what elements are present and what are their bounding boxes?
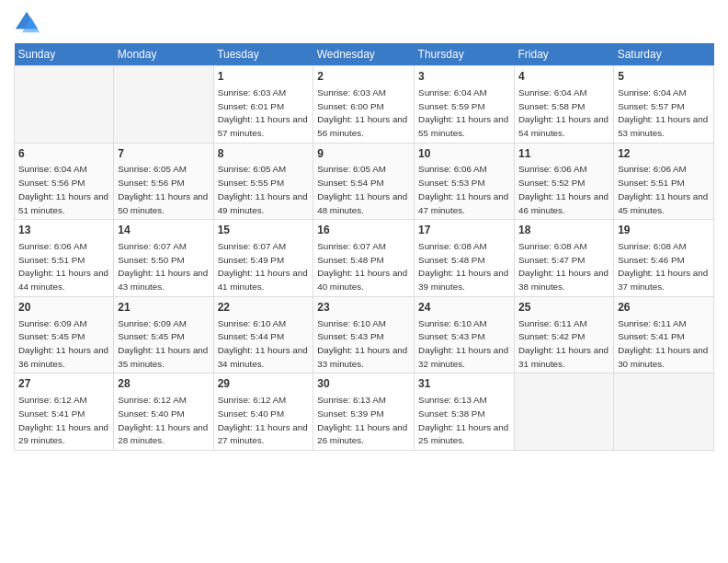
day-info: Sunrise: 6:05 AMSunset: 5:56 PMDaylight:… bbox=[118, 164, 208, 214]
day-number: 10 bbox=[418, 146, 510, 162]
day-number: 12 bbox=[618, 146, 710, 162]
day-number: 4 bbox=[518, 69, 609, 85]
day-number: 2 bbox=[317, 69, 410, 85]
day-info: Sunrise: 6:04 AMSunset: 5:59 PMDaylight:… bbox=[418, 87, 508, 138]
day-cell bbox=[515, 373, 614, 451]
day-number: 20 bbox=[18, 300, 109, 316]
day-number: 28 bbox=[118, 376, 209, 392]
day-info: Sunrise: 6:05 AMSunset: 5:54 PMDaylight:… bbox=[317, 164, 407, 214]
day-info: Sunrise: 6:03 AMSunset: 6:00 PMDaylight:… bbox=[317, 87, 407, 138]
day-number: 18 bbox=[518, 223, 609, 238]
day-info: Sunrise: 6:11 AMSunset: 5:41 PMDaylight:… bbox=[618, 318, 708, 369]
day-number: 25 bbox=[518, 300, 609, 316]
day-number: 24 bbox=[418, 300, 510, 316]
day-cell: 9Sunrise: 6:05 AMSunset: 5:54 PMDaylight… bbox=[313, 143, 415, 220]
day-number: 23 bbox=[317, 300, 410, 316]
day-info: Sunrise: 6:04 AMSunset: 5:57 PMDaylight:… bbox=[618, 87, 708, 138]
week-row-4: 20Sunrise: 6:09 AMSunset: 5:45 PMDayligh… bbox=[15, 296, 714, 373]
day-info: Sunrise: 6:10 AMSunset: 5:44 PMDaylight:… bbox=[218, 318, 308, 369]
day-info: Sunrise: 6:04 AMSunset: 5:58 PMDaylight:… bbox=[518, 87, 609, 138]
day-cell: 18Sunrise: 6:08 AMSunset: 5:47 PMDayligh… bbox=[515, 220, 614, 297]
header bbox=[14, 9, 714, 36]
day-cell: 11Sunrise: 6:06 AMSunset: 5:52 PMDayligh… bbox=[515, 143, 614, 220]
week-row-5: 27Sunrise: 6:12 AMSunset: 5:41 PMDayligh… bbox=[15, 373, 714, 451]
day-cell: 25Sunrise: 6:11 AMSunset: 5:42 PMDayligh… bbox=[515, 296, 614, 373]
day-info: Sunrise: 6:07 AMSunset: 5:48 PMDaylight:… bbox=[317, 241, 407, 292]
day-info: Sunrise: 6:06 AMSunset: 5:51 PMDaylight:… bbox=[18, 241, 108, 292]
calendar-table: SundayMondayTuesdayWednesdayThursdayFrid… bbox=[14, 43, 714, 451]
day-cell: 20Sunrise: 6:09 AMSunset: 5:45 PMDayligh… bbox=[15, 296, 114, 373]
day-cell: 12Sunrise: 6:06 AMSunset: 5:51 PMDayligh… bbox=[614, 143, 714, 220]
day-cell: 16Sunrise: 6:07 AMSunset: 5:48 PMDayligh… bbox=[313, 220, 415, 297]
week-row-2: 6Sunrise: 6:04 AMSunset: 5:56 PMDaylight… bbox=[15, 143, 714, 220]
day-number: 3 bbox=[418, 69, 510, 85]
col-header-thursday: Thursday bbox=[415, 43, 515, 66]
day-number: 15 bbox=[218, 223, 310, 238]
day-cell: 22Sunrise: 6:10 AMSunset: 5:44 PMDayligh… bbox=[213, 296, 313, 373]
day-cell: 13Sunrise: 6:06 AMSunset: 5:51 PMDayligh… bbox=[15, 220, 114, 297]
day-info: Sunrise: 6:12 AMSunset: 5:41 PMDaylight:… bbox=[18, 395, 108, 445]
day-number: 14 bbox=[118, 223, 209, 238]
day-number: 29 bbox=[218, 376, 310, 392]
day-number: 16 bbox=[317, 223, 410, 238]
day-info: Sunrise: 6:07 AMSunset: 5:50 PMDaylight:… bbox=[118, 241, 208, 292]
day-cell: 2Sunrise: 6:03 AMSunset: 6:00 PMDaylight… bbox=[313, 66, 415, 144]
day-cell: 28Sunrise: 6:12 AMSunset: 5:40 PMDayligh… bbox=[114, 373, 213, 451]
col-header-wednesday: Wednesday bbox=[313, 43, 415, 66]
day-info: Sunrise: 6:12 AMSunset: 5:40 PMDaylight:… bbox=[218, 395, 308, 445]
header-row: SundayMondayTuesdayWednesdayThursdayFrid… bbox=[15, 43, 714, 66]
day-info: Sunrise: 6:06 AMSunset: 5:52 PMDaylight:… bbox=[518, 164, 609, 214]
day-info: Sunrise: 6:05 AMSunset: 5:55 PMDaylight:… bbox=[218, 164, 308, 214]
day-number: 19 bbox=[618, 223, 710, 238]
day-cell: 31Sunrise: 6:13 AMSunset: 5:38 PMDayligh… bbox=[415, 373, 515, 451]
day-cell: 5Sunrise: 6:04 AMSunset: 5:57 PMDaylight… bbox=[614, 66, 714, 144]
day-cell: 23Sunrise: 6:10 AMSunset: 5:43 PMDayligh… bbox=[313, 296, 415, 373]
day-number: 7 bbox=[118, 146, 209, 162]
day-info: Sunrise: 6:08 AMSunset: 5:48 PMDaylight:… bbox=[418, 241, 508, 292]
day-info: Sunrise: 6:06 AMSunset: 5:53 PMDaylight:… bbox=[418, 164, 508, 214]
day-number: 6 bbox=[18, 146, 109, 162]
day-cell: 19Sunrise: 6:08 AMSunset: 5:46 PMDayligh… bbox=[614, 220, 714, 297]
day-cell: 10Sunrise: 6:06 AMSunset: 5:53 PMDayligh… bbox=[415, 143, 515, 220]
day-info: Sunrise: 6:04 AMSunset: 5:56 PMDaylight:… bbox=[18, 164, 108, 214]
day-cell bbox=[614, 373, 714, 451]
day-info: Sunrise: 6:10 AMSunset: 5:43 PMDaylight:… bbox=[317, 318, 407, 369]
day-cell: 6Sunrise: 6:04 AMSunset: 5:56 PMDaylight… bbox=[15, 143, 114, 220]
day-cell bbox=[114, 66, 213, 144]
day-number: 31 bbox=[418, 376, 510, 392]
col-header-sunday: Sunday bbox=[15, 43, 114, 66]
day-info: Sunrise: 6:09 AMSunset: 5:45 PMDaylight:… bbox=[118, 318, 208, 369]
day-cell: 21Sunrise: 6:09 AMSunset: 5:45 PMDayligh… bbox=[114, 296, 213, 373]
day-info: Sunrise: 6:08 AMSunset: 5:46 PMDaylight:… bbox=[618, 241, 708, 292]
day-number: 1 bbox=[218, 69, 310, 85]
day-cell: 7Sunrise: 6:05 AMSunset: 5:56 PMDaylight… bbox=[114, 143, 213, 220]
logo bbox=[14, 14, 43, 36]
day-number: 21 bbox=[118, 300, 209, 316]
day-cell: 14Sunrise: 6:07 AMSunset: 5:50 PMDayligh… bbox=[114, 220, 213, 297]
day-cell bbox=[15, 66, 114, 144]
day-number: 30 bbox=[317, 376, 410, 392]
day-cell: 26Sunrise: 6:11 AMSunset: 5:41 PMDayligh… bbox=[614, 296, 714, 373]
col-header-monday: Monday bbox=[114, 43, 213, 66]
day-number: 27 bbox=[18, 376, 109, 392]
day-info: Sunrise: 6:12 AMSunset: 5:40 PMDaylight:… bbox=[118, 395, 208, 445]
logo-icon bbox=[14, 10, 40, 36]
day-number: 11 bbox=[518, 146, 609, 162]
day-cell: 29Sunrise: 6:12 AMSunset: 5:40 PMDayligh… bbox=[213, 373, 313, 451]
week-row-1: 1Sunrise: 6:03 AMSunset: 6:01 PMDaylight… bbox=[15, 66, 714, 144]
day-number: 17 bbox=[418, 223, 510, 238]
col-header-tuesday: Tuesday bbox=[213, 43, 313, 66]
week-row-3: 13Sunrise: 6:06 AMSunset: 5:51 PMDayligh… bbox=[15, 220, 714, 297]
day-cell: 27Sunrise: 6:12 AMSunset: 5:41 PMDayligh… bbox=[15, 373, 114, 451]
page-container: SundayMondayTuesdayWednesdayThursdayFrid… bbox=[0, 0, 728, 460]
day-info: Sunrise: 6:06 AMSunset: 5:51 PMDaylight:… bbox=[618, 164, 708, 214]
day-cell: 3Sunrise: 6:04 AMSunset: 5:59 PMDaylight… bbox=[415, 66, 515, 144]
day-cell: 15Sunrise: 6:07 AMSunset: 5:49 PMDayligh… bbox=[213, 220, 313, 297]
day-cell: 4Sunrise: 6:04 AMSunset: 5:58 PMDaylight… bbox=[515, 66, 614, 144]
day-info: Sunrise: 6:10 AMSunset: 5:43 PMDaylight:… bbox=[418, 318, 508, 369]
day-number: 26 bbox=[618, 300, 710, 316]
day-cell: 8Sunrise: 6:05 AMSunset: 5:55 PMDaylight… bbox=[213, 143, 313, 220]
day-info: Sunrise: 6:09 AMSunset: 5:45 PMDaylight:… bbox=[18, 318, 108, 369]
day-cell: 30Sunrise: 6:13 AMSunset: 5:39 PMDayligh… bbox=[313, 373, 415, 451]
day-info: Sunrise: 6:07 AMSunset: 5:49 PMDaylight:… bbox=[218, 241, 308, 292]
